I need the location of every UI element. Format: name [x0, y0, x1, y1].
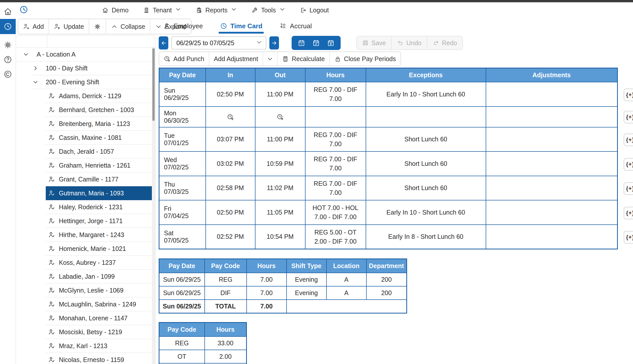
nav-item-tools[interactable]: Tools	[251, 6, 285, 14]
employee-item[interactable]: Breitenberg, Maria - 1123	[46, 117, 152, 131]
tab-accrual[interactable]: Accrual	[278, 22, 313, 30]
employee-item[interactable]: Hirthe, Margaret - 1243	[46, 228, 152, 242]
timecard-row[interactable]: Sat07/05/2502:52 PM10:54 PMREG 5.00 - OT…	[159, 225, 618, 249]
calendar-minus-icon[interactable]	[298, 39, 305, 47]
nav-item-tenant[interactable]: Tenant	[143, 6, 181, 14]
day-detail-header-row: Pay Date Pay Code Hours Shift Type Locat…	[159, 259, 407, 273]
tab-time-card[interactable]: Time Card	[219, 22, 264, 30]
chevron-right-icon[interactable]	[31, 65, 40, 71]
update-button[interactable]: Update	[49, 19, 89, 34]
rail-help-button[interactable]	[0, 52, 16, 67]
employee-item[interactable]: Labadie, Jan - 1099	[46, 270, 152, 283]
employee-item[interactable]: Adams, Derrick - 1129	[46, 89, 152, 103]
out-punch-cell[interactable]	[255, 107, 305, 127]
in-punch-cell[interactable]: 02:50 PM	[206, 82, 255, 107]
add-row-adjustment-button[interactable]: {+}	[624, 231, 633, 244]
tab-employee[interactable]: Employee	[162, 22, 204, 30]
rail-settings-button[interactable]	[0, 38, 16, 52]
out-punch-cell[interactable]: 11:05 PM	[255, 200, 305, 225]
rail-home-button[interactable]	[0, 4, 16, 19]
nav-item-reports[interactable]: Reports	[196, 6, 237, 14]
undo-button[interactable]: Undo	[392, 36, 427, 49]
out-punch-cell[interactable]: 11:02 PM	[255, 176, 305, 200]
close-pay-periods-button[interactable]: Close Pay Periods	[330, 52, 401, 66]
day-detail-row[interactable]: Sun 06/29/25REG7.00EveningA200	[159, 273, 407, 286]
employee-item[interactable]: Monahan, Lorene - 1147	[46, 311, 152, 325]
out-punch-cell[interactable]: 11:00 PM	[255, 82, 305, 107]
employee-item[interactable]: Nicolas, Ernesto - 1159	[46, 353, 152, 364]
timecard-row[interactable]: Fri07/04/2502:50 PM11:05 PMHOT 7.00 - HO…	[159, 200, 618, 225]
add-row-adjustment-button[interactable]: {+}	[624, 111, 633, 123]
employee-item[interactable]: Homenick, Marie - 1021	[46, 242, 152, 256]
employee-item[interactable]: Grant, Camille - 1177	[46, 172, 152, 186]
in-punch-cell[interactable]: 03:07 PM	[206, 127, 255, 152]
add-row-adjustment-button[interactable]: {+}	[624, 207, 633, 219]
add-row-adjustment-button[interactable]: {+}	[624, 182, 633, 195]
add-adjustment-dropdown-button[interactable]	[263, 52, 277, 66]
recalculate-button[interactable]: Recalculate	[277, 52, 330, 66]
add-punch-button[interactable]: Add Punch	[159, 52, 209, 66]
in-punch-cell[interactable]: 02:50 PM	[206, 200, 255, 225]
pay-period-dropdown[interactable]: 06/29/25 to 07/05/25	[171, 36, 266, 49]
employee-item[interactable]: McLaughlin, Sabrina - 1249	[46, 297, 152, 311]
employee-item[interactable]: Mosciski, Betsy - 1219	[46, 325, 152, 339]
timecard-row[interactable]: Sun06/29/2502:50 PM11:00 PMREG 7.00 - DI…	[159, 82, 618, 107]
employee-item[interactable]: Haley, Roderick - 1231	[46, 200, 152, 214]
add-punch-icon-wrap[interactable]	[227, 113, 234, 120]
add-row-adjustment-button[interactable]: {+}	[624, 134, 633, 146]
clock-icon	[4, 22, 12, 31]
in-punch-cell[interactable]	[206, 107, 255, 127]
hours-cell: REG 7.00 - DIF 7.00	[305, 176, 366, 200]
timecard-row[interactable]: Thu07/03/2502:58 PM11:02 PMREG 7.00 - DI…	[159, 176, 618, 200]
in-punch-cell[interactable]: 03:02 PM	[206, 151, 255, 176]
employee-item[interactable]: Koss, Aubrey - 1237	[46, 256, 152, 270]
add-adjustment-button[interactable]: Add Adjustment	[209, 52, 263, 66]
employee-item[interactable]: Dach, Jerald - 1057	[46, 145, 152, 159]
add-button[interactable]: Add	[18, 19, 49, 34]
employee-item[interactable]: Hettinger, Jorge - 1171	[46, 214, 152, 228]
employee-item[interactable]: Bernhard, Gretchen - 1003	[46, 103, 152, 117]
in-punch-cell[interactable]: 02:58 PM	[206, 176, 255, 200]
timecard-row[interactable]: Wed07/02/2503:02 PM10:59 PMREG 7.00 - DI…	[159, 151, 618, 176]
nav-item-logout[interactable]: Logout	[300, 7, 329, 14]
add-row-adjustment-button[interactable]: {+}	[624, 89, 633, 101]
nav-item-demo[interactable]: Demo	[102, 7, 129, 14]
next-period-button[interactable]	[269, 36, 279, 49]
out-punch-cell[interactable]: 10:59 PM	[255, 151, 305, 176]
timecard-row[interactable]: Mon06/30/25	[159, 107, 618, 127]
timecard-row[interactable]: Tue07/01/2503:07 PM11:00 PMREG 7.00 - DI…	[159, 127, 618, 152]
in-punch-cell[interactable]: 02:52 PM	[206, 225, 255, 249]
chevron-down-icon[interactable]	[21, 51, 30, 58]
employee-item[interactable]: Gutmann, Maria - 1093	[46, 186, 152, 200]
day-detail-row[interactable]: Sun 06/29/25DIF7.00EveningA200	[159, 286, 407, 300]
employee-item[interactable]: McGlynn, Leslie - 1069	[46, 283, 152, 297]
tab-label: Employee	[174, 22, 203, 30]
rail-about-button[interactable]	[0, 67, 16, 82]
tree-node-location[interactable]: A - Location A	[16, 47, 152, 61]
tree-node-day-shift[interactable]: 100 - Day Shift	[31, 61, 152, 75]
save-button[interactable]: Save	[357, 36, 392, 49]
add-punch-icon-wrap[interactable]	[277, 113, 284, 120]
employee-item[interactable]: Graham, Henrietta - 1261	[46, 159, 152, 172]
tree-settings-button[interactable]	[89, 19, 106, 34]
chevron-down-icon	[256, 39, 262, 47]
employee-item[interactable]: Cassin, Maxine - 1081	[46, 131, 152, 145]
redo-button[interactable]: Redo	[427, 36, 462, 49]
tree-node-evening-shift[interactable]: 200 - Evening Shift	[31, 75, 152, 89]
tree-scrollbar-thumb[interactable]	[152, 48, 155, 121]
rail-timecard-button[interactable]	[0, 19, 16, 34]
tree-scrollbar[interactable]	[152, 47, 155, 364]
col-pay-code: Pay Code	[205, 259, 247, 273]
chevron-down-icon[interactable]	[31, 79, 40, 85]
summary-row[interactable]: OT2.00	[159, 350, 247, 363]
wrench-icon	[251, 7, 258, 13]
collapse-button[interactable]: Collapse	[106, 19, 150, 34]
calendar-plus-icon[interactable]	[327, 39, 335, 47]
summary-row[interactable]: REG33.00	[159, 336, 247, 350]
add-row-adjustment-button[interactable]: {+}	[624, 158, 633, 171]
calendar-check-icon[interactable]	[312, 39, 320, 47]
out-punch-cell[interactable]: 10:54 PM	[255, 225, 305, 249]
out-punch-cell[interactable]: 11:00 PM	[255, 127, 305, 152]
employee-item[interactable]: Mraz, Karl - 1213	[46, 339, 152, 353]
previous-period-button[interactable]	[159, 36, 168, 49]
